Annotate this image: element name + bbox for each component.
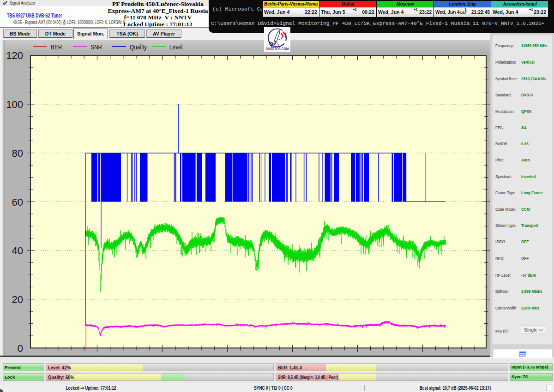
svg-text:DXSATCS.COM: DXSATCS.COM — [266, 47, 289, 51]
